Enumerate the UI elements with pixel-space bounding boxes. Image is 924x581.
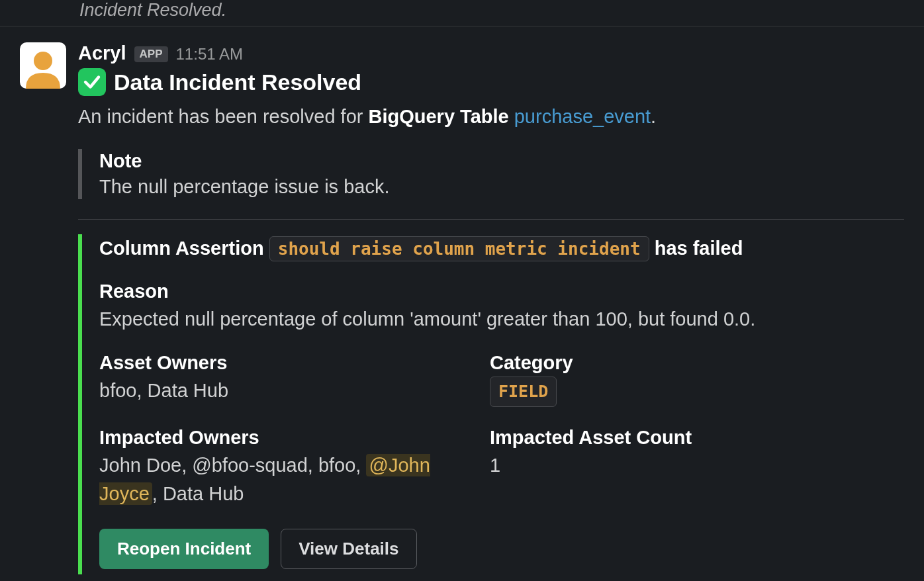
asset-owners-cell: Asset Owners bfoo, Data Hub — [99, 352, 463, 407]
assertion-title: Column Assertion should raise column met… — [99, 234, 904, 263]
incident-body: An incident has been resolved for BigQue… — [78, 103, 904, 130]
entity-link[interactable]: purchase_event — [514, 106, 651, 127]
action-buttons: Reopen Incident View Details — [99, 529, 904, 574]
avatar[interactable] — [20, 42, 66, 89]
view-details-button[interactable]: View Details — [281, 529, 416, 569]
reason-block: Reason Expected null percentage of colum… — [99, 281, 904, 334]
app-badge: APP — [134, 46, 168, 62]
category-cell: Category FIELD — [490, 352, 854, 407]
divider — [78, 219, 904, 220]
body-suffix: . — [651, 106, 656, 127]
reopen-incident-button[interactable]: Reopen Incident — [99, 529, 269, 569]
reason-text: Expected null percentage of column 'amou… — [99, 305, 904, 334]
incident-title-row: Data Incident Resolved — [78, 68, 904, 96]
assertion-code: should raise column metric incident — [269, 236, 649, 261]
impacted-count-label: Impacted Asset Count — [490, 427, 854, 449]
body-prefix: An incident has been resolved for — [78, 106, 369, 127]
reason-label: Reason — [99, 281, 904, 302]
slack-message: Acryl APP 11:51 AM Data Incident Resolve… — [0, 26, 924, 581]
impacted-owners-label: Impacted Owners — [99, 427, 463, 449]
assertion-suffix: has failed — [649, 238, 743, 259]
impacted-owners-cell: Impacted Owners John Doe, @bfoo-squad, b… — [99, 427, 463, 509]
impacted-count-value: 1 — [490, 451, 854, 480]
body-bold: BigQuery Table — [369, 106, 514, 127]
asset-owners-label: Asset Owners — [99, 352, 463, 374]
category-value: FIELD — [490, 377, 854, 407]
sender-name[interactable]: Acryl — [78, 42, 126, 64]
incident-title: Data Incident Resolved — [114, 69, 361, 95]
note-block: Note The null percentage issue is back. — [78, 149, 904, 199]
assertion-prefix: Column Assertion — [99, 238, 269, 259]
impacted-owners-suffix: , Data Hub — [152, 483, 244, 504]
note-text: The null percentage issue is back. — [99, 176, 904, 198]
message-content: Acryl APP 11:51 AM Data Incident Resolve… — [78, 42, 904, 574]
note-label: Note — [99, 150, 904, 172]
message-header: Acryl APP 11:51 AM — [78, 42, 904, 64]
check-mark-icon — [78, 68, 106, 96]
svg-point-0 — [34, 52, 52, 70]
category-tag: FIELD — [490, 377, 557, 407]
category-label: Category — [490, 352, 854, 374]
details-grid: Asset Owners bfoo, Data Hub Category FIE… — [99, 352, 854, 509]
impacted-owners-prefix: John Doe, @bfoo-squad, bfoo, — [99, 455, 366, 476]
avatar-person-icon — [23, 48, 63, 89]
timestamp[interactable]: 11:51 AM — [176, 45, 243, 64]
previous-message-fragment: Incident Resolved. — [0, 0, 924, 26]
impacted-owners-value: John Doe, @bfoo-squad, bfoo, @John Joyce… — [99, 451, 463, 509]
impacted-count-cell: Impacted Asset Count 1 — [490, 427, 854, 509]
assertion-block: Column Assertion should raise column met… — [78, 234, 904, 574]
asset-owners-value: bfoo, Data Hub — [99, 377, 463, 406]
